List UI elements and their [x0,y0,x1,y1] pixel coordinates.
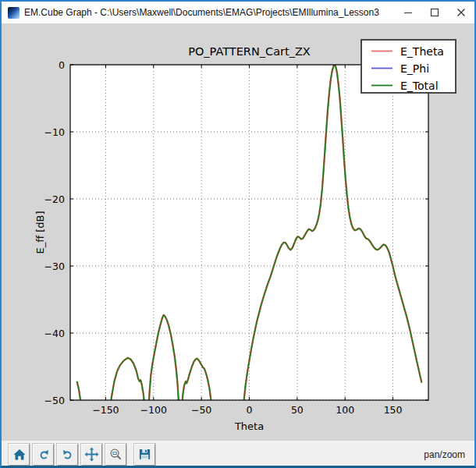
x-tick-label: −50 [191,404,211,416]
app-window: EM.Cube Graph - C:\Users\Maxwell\Documen… [0,0,476,468]
y-axis-label: E_ff [dB] [34,211,46,254]
home-icon [12,448,27,462]
y-tick-label: −30 [44,261,65,272]
y-tick-label: −40 [44,328,65,339]
status-mode-text: pan/zoom [424,441,465,468]
navigation-toolbar: pan/zoom [2,441,474,468]
close-icon [456,8,466,17]
back-button[interactable] [33,444,54,466]
minimize-icon [403,8,413,17]
maximize-icon [430,8,439,17]
maximize-button[interactable] [421,2,448,23]
back-arrow-icon [37,448,50,461]
zoom-to-rect-button[interactable] [105,444,126,466]
x-tick-label: −100 [140,404,167,416]
y-tick-label: −10 [44,126,65,138]
y-tick-label: −20 [44,193,65,205]
pan-arrows-icon [84,447,99,462]
x-tick-label: 100 [336,404,354,416]
x-tick-label: 0 [247,404,253,416]
legend-label-E_Total: E_Total [400,80,439,92]
x-tick-label: −150 [92,404,119,416]
x-tick-label: 150 [384,404,403,416]
pan-button[interactable] [81,444,102,466]
minimize-button[interactable] [395,2,421,23]
y-tick-label: −50 [44,395,65,406]
legend: E_ThetaE_PhiE_Total [361,40,456,93]
magnifier-icon [109,448,123,461]
legend-label-E_Theta: E_Theta [400,45,444,58]
legend-label-E_Phi: E_Phi [400,62,429,75]
forward-arrow-icon [62,448,74,461]
save-floppy-icon [138,448,151,461]
figure-canvas[interactable]: −150−100−500501001500−10−20−30−40−50PO_P… [2,24,474,441]
home-button[interactable] [9,444,30,466]
title-bar[interactable]: EM.Cube Graph - C:\Users\Maxwell\Documen… [2,2,474,24]
y-tick-label: 0 [59,59,65,71]
forward-button[interactable] [57,444,78,466]
window-title: EM.Cube Graph - C:\Users\Maxwell\Documen… [24,7,395,18]
chart[interactable]: −150−100−500501001500−10−20−30−40−50PO_P… [2,24,474,441]
x-axis-label: Theta [234,420,264,432]
close-button[interactable] [448,2,474,23]
x-tick-label: 50 [291,404,304,416]
chart-title: PO_PATTERN_Cart_ZX [188,45,311,58]
save-button[interactable] [134,444,155,466]
emcube-logo-icon [8,7,20,19]
